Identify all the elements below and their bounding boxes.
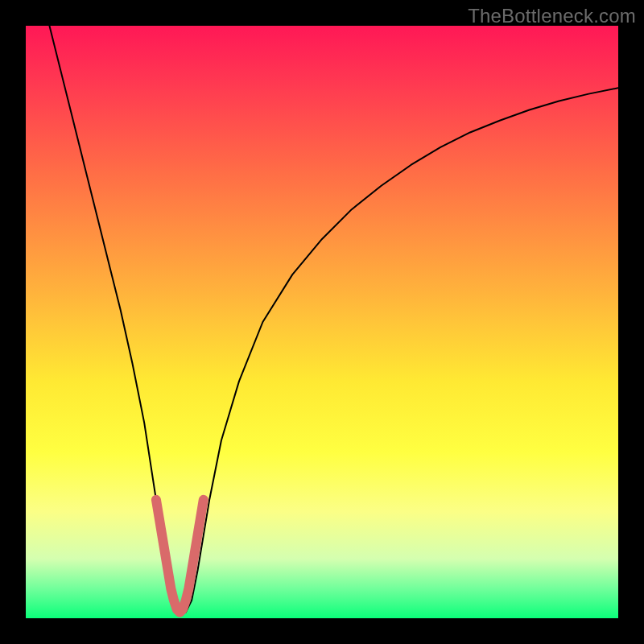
highlight-segment [156, 500, 204, 613]
chart-plot-area [26, 26, 618, 618]
bottleneck-curve [49, 26, 618, 613]
chart-svg [26, 26, 618, 618]
watermark-text: TheBottleneck.com [468, 5, 636, 27]
